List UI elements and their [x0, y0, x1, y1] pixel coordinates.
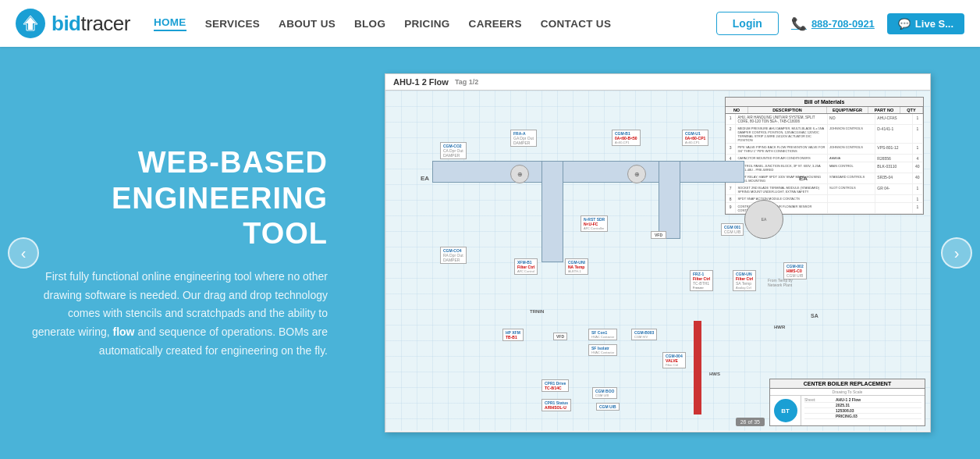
project-row-pricing-2: 125308.03	[804, 408, 921, 414]
bom-cell-no: 2	[726, 125, 736, 143]
component-cgm-b003: CGM-B003 CGM H/V	[631, 329, 657, 340]
bom-cell-desc: AHU, AIR HANDLING UNIT/AIR SYSTEM, SPLIT…	[736, 114, 828, 124]
bom-header: Bill of Materials	[726, 98, 923, 107]
bom-col-qty: QTY	[900, 107, 923, 113]
page-indicator: 26 of 35	[736, 418, 765, 426]
component-vfd: VFD	[651, 231, 666, 239]
bom-cell-desc: SOCKET 2ND BLADE TERMINAL MODULE (STANDA…	[736, 184, 828, 194]
red-pipe-vertical	[698, 321, 701, 415]
nav-contact[interactable]: CONTACT US	[541, 18, 612, 30]
bom-cell-part: R26556	[875, 155, 912, 162]
next-arrow-button[interactable]: ›	[941, 237, 972, 269]
login-button[interactable]: Login	[716, 12, 779, 35]
project-body: BT Sheet: AHU-1 2 Flow 2025.31	[770, 396, 925, 425]
project-row-sheet: Sheet: AHU-1 2 Flow	[804, 397, 921, 403]
bom-col-part: PART NO	[868, 107, 900, 113]
bom-row-6: 6 PILOT RELAY, HAWP SPDT 100V SNAP METAL…	[726, 173, 923, 184]
bom-cell-equip: JOHNSON CONTROLS	[828, 144, 875, 154]
bom-cell-equip	[828, 203, 875, 213]
nav-about[interactable]: ABOUT US	[279, 18, 336, 30]
bom-cell-part: AHU-CFAS	[875, 114, 912, 124]
diagram-title-bar: AHU-1 2 Flow Tag 1/2	[385, 74, 930, 91]
bom-cell-part: VPS-801-12	[875, 144, 912, 154]
ea-label-left: EA	[421, 175, 429, 182]
bom-cell-equip: JOHNSON CONTROLS	[828, 125, 875, 143]
hero-diagram: AHU-1 2 Flow Tag 1/2 Bill of Materials N…	[367, 73, 949, 432]
project-row-pricing-3: PRICING.03	[804, 414, 921, 419]
bom-col-no: NO	[726, 107, 748, 113]
phone-link[interactable]: 📞 888-708-0921	[791, 16, 875, 31]
nav-careers[interactable]: CAREERS	[469, 18, 522, 30]
component-vfd-bottom: VFD	[553, 333, 567, 340]
bom-cell-equip: AMANA	[828, 155, 875, 162]
hero-title: WEB-BASED ENGINEERING TOOL	[31, 145, 328, 252]
bom-cell-part	[875, 195, 912, 202]
component-cgm-001: CGM 001 CGM U/B	[721, 223, 744, 236]
bom-columns: NO DESCRIPTION EQUIPT/MFGR PART NO QTY	[726, 107, 923, 114]
nav-pricing[interactable]: PRICING	[404, 18, 449, 30]
chat-icon: 💬	[898, 18, 911, 30]
project-details: Sheet: AHU-1 2 Flow 2025.31 125308.03	[801, 396, 925, 425]
component-cgm-006: CGM-004 VALVE Filter Ctrl	[662, 352, 686, 368]
diagram-subtitle: Tag 1/2	[455, 78, 478, 86]
hero-text: WEB-BASED ENGINEERING TOOL First fully f…	[31, 145, 343, 361]
component-cpr1-status: CPR1 Status A/RHSOL-U	[541, 399, 571, 411]
ea-label-right: EA	[799, 175, 808, 182]
bom-cell-qty: 1	[913, 114, 923, 124]
phone-number: 888-708-0921	[811, 18, 875, 30]
component-nrst: N-RST SDR N<U-FC AFC Controller	[581, 215, 608, 232]
bom-cell-qty: 1	[913, 144, 923, 154]
component-cgm-ub: CGM U/B	[596, 403, 620, 411]
project-row-pricing-1: 2025.31	[804, 403, 921, 408]
bom-cell-desc: MEDIUM PRESSURE AHU DAMPER, MULTI-BLADE …	[736, 125, 828, 143]
bom-cell-no: 8	[726, 195, 736, 202]
component-sf-con1: SF Con1 HVAC Contactor	[588, 329, 617, 340]
project-subtitle: Drawing To Scale	[770, 389, 925, 396]
flow-link[interactable]: flow	[113, 326, 135, 338]
condensing-unit-1: EA	[744, 200, 783, 239]
bom-table: Bill of Materials NO DESCRIPTION EQUIPT/…	[725, 97, 924, 215]
logo[interactable]: bidtracer	[16, 9, 130, 38]
nav-links: HOME SERVICES ABOUT US BLOG PRICING CARE…	[154, 16, 716, 31]
component-cgm-uni: CGM-UNI NA Temp IA-BTH-1	[565, 258, 588, 275]
component-cgm-boo: CGM BOO CGM U/B	[592, 387, 617, 399]
bom-cell-desc: CONTROL PANEL JUNCTION BLOCK, 3P ST. 600…	[736, 162, 828, 173]
project-info: CENTER BOILER REPLACEMENT Drawing To Sca…	[769, 379, 925, 426]
diagram-inner: Bill of Materials NO DESCRIPTION EQUIPT/…	[385, 91, 930, 431]
trnin-label: TRNIN	[530, 309, 544, 314]
project-title: CENTER BOILER REPLACEMENT	[770, 379, 925, 389]
bom-cell-part	[875, 203, 912, 213]
component-xfm-b1: XFM-B1 Filter Ctrl AFC Control	[514, 258, 538, 275]
bom-cell-desc: SPDT SNAP ACTION MODULE CONTACTS	[736, 195, 828, 202]
bom-cell-equip: NO	[828, 114, 875, 124]
return-temp-label: From Temp byNetwork Plant	[768, 278, 793, 287]
bom-row-4: 4 CAPACITOR MOUNTED FOR AIR CONDITIONERS…	[726, 155, 923, 162]
bom-cell-part: GR 04-	[875, 184, 912, 194]
bom-cell-part: BLK-03110	[875, 162, 912, 173]
bom-cell-desc: PIPE VALVE PIPING BACK FLOW PREVENTION V…	[736, 144, 828, 154]
duct-vertical-left	[541, 161, 563, 262]
nav-services[interactable]: SERVICES	[205, 18, 260, 30]
nav-blog[interactable]: BLOG	[354, 18, 385, 30]
bom-col-desc: DESCRIPTION	[748, 107, 827, 113]
prev-arrow-button[interactable]: ‹	[8, 237, 39, 269]
bom-row-7: 7 SOCKET 2ND BLADE TERMINAL MODULE (STAN…	[726, 184, 923, 195]
bom-cell-qty: 1	[913, 125, 923, 143]
component-sf-con2: SF Isolatr HVAC Contactor	[588, 344, 617, 356]
bom-col-equip: EQUIPT/MFGR	[827, 107, 868, 113]
live-chat-button[interactable]: 💬 Live S...	[887, 13, 964, 34]
bom-cell-no: 1	[726, 114, 736, 124]
nav-home[interactable]: HOME	[154, 16, 186, 31]
bom-cell-qty: 1	[913, 195, 923, 202]
diagram-title: AHU-1 2 Flow	[393, 77, 449, 87]
logo-icon	[16, 9, 45, 38]
hero-section: ‹ WEB-BASED ENGINEERING TOOL First fully…	[0, 47, 980, 459]
diagram-container: AHU-1 2 Flow Tag 1/2 Bill of Materials N…	[385, 73, 931, 432]
bom-cell-desc: CAPACITOR MOUNTED FOR AIR CONDITIONERS	[736, 155, 828, 162]
bom-cell-desc: PILOT RELAY, HAWP SPDT 100V SNAP METAL H…	[736, 173, 828, 183]
bom-cell-equip: MAIN CONTROL	[828, 162, 875, 173]
bom-cell-no: 3	[726, 144, 736, 154]
bom-cell-qty: 1	[913, 203, 923, 213]
bom-cell-no: 7	[726, 184, 736, 194]
component-cgm-002: CGM-002 HWS-C0 CGM U/B	[783, 262, 807, 279]
